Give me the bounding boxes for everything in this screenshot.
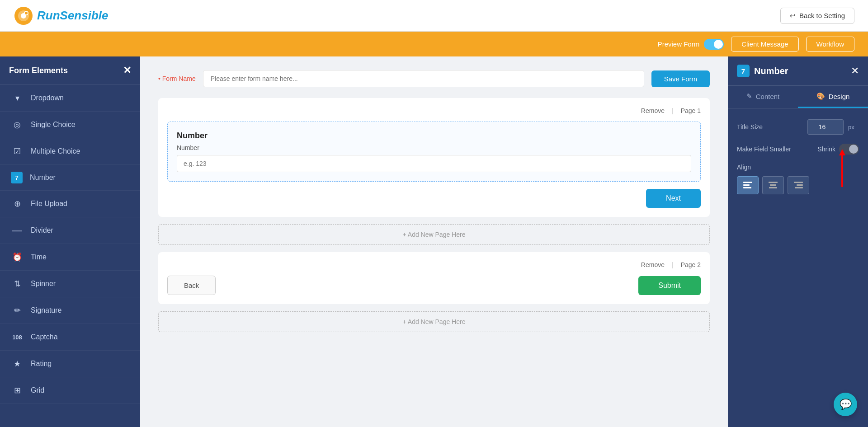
page2-section: Remove | Page 2 Back Submit [158, 252, 710, 304]
shrink-label: Shrink [817, 145, 835, 153]
svg-rect-4 [743, 182, 752, 183]
number-element-box: Number Number [167, 122, 701, 182]
multiple-choice-icon: ☑ [11, 145, 24, 158]
sidebar-item-single-choice[interactable]: ◎ Single Choice [0, 112, 140, 138]
align-right-button[interactable] [788, 176, 809, 194]
sidebar-item-label: Dropdown [31, 94, 64, 102]
rating-icon: ★ [11, 357, 24, 370]
title-size-row: Title Size px [737, 119, 859, 135]
right-panel-close-icon[interactable]: ✕ [851, 65, 859, 77]
sidebar-item-label: Grid [31, 386, 44, 394]
logo-area: RunSensible [14, 6, 108, 26]
back-button[interactable]: Back [167, 276, 216, 295]
sidebar-item-file-upload[interactable]: ⊕ File Upload [0, 191, 140, 217]
right-panel-header: 7 Number ✕ [728, 56, 868, 86]
align-center-icon [769, 182, 778, 189]
preview-form-label: Preview Form [658, 40, 700, 48]
sidebar-item-label: Single Choice [31, 121, 75, 129]
page1-section: Remove | Page 1 Number Number Next [158, 98, 710, 217]
svg-rect-9 [769, 187, 777, 188]
element-label: Number [177, 144, 691, 151]
sidebar-item-captcha[interactable]: 108 Captcha [0, 324, 140, 351]
design-tab-icon: 🎨 [816, 92, 825, 100]
number-badge-icon: 7 [737, 65, 750, 77]
preview-form-group: Preview Form [658, 39, 724, 50]
sidebar-item-label: Captcha [31, 333, 58, 341]
align-right-icon [794, 182, 803, 189]
sidebar-item-label: Number [30, 174, 56, 182]
logo-icon [14, 6, 33, 26]
tab-content[interactable]: ✎ Content [728, 86, 798, 108]
back-to-setting-button[interactable]: ↩ Back to Setting [780, 8, 854, 24]
form-name-row: • Form Name Save Form [158, 70, 710, 87]
divider-icon: — [11, 224, 24, 237]
svg-rect-7 [769, 182, 778, 183]
chat-bubble-button[interactable]: 💬 [834, 393, 857, 416]
sidebar-item-label: File Upload [31, 200, 67, 208]
title-size-label: Title Size [737, 123, 803, 131]
sidebar-item-label: Multiple Choice [31, 147, 80, 155]
make-field-smaller-label: Make Field Smaller [737, 145, 813, 153]
workflow-button[interactable]: Workflow [806, 37, 854, 52]
content-tab-icon: ✎ [746, 92, 752, 100]
sidebar-item-label: Divider [31, 226, 53, 235]
sidebar-item-number[interactable]: 7 Number [0, 165, 140, 191]
right-panel: 7 Number ✕ ✎ Content 🎨 Design Title Size… [728, 56, 868, 427]
add-page-1-button[interactable]: + Add New Page Here [158, 224, 710, 245]
align-center-button[interactable] [762, 176, 784, 194]
sidebar-item-multiple-choice[interactable]: ☑ Multiple Choice [0, 138, 140, 165]
sidebar-item-rating[interactable]: ★ Rating [0, 351, 140, 377]
client-message-button[interactable]: Client Message [731, 37, 798, 52]
header: RunSensible ↩ Back to Setting [0, 0, 868, 32]
time-icon: ⏰ [11, 251, 24, 263]
back-arrow-icon: ↩ [790, 12, 796, 20]
dropdown-icon: ▾ [11, 92, 24, 104]
sidebar-item-divider[interactable]: — Divider [0, 217, 140, 244]
form-area: • Form Name Save Form Remove | Page 1 Nu… [140, 56, 728, 427]
sidebar-header: Form Elements ✕ [0, 56, 140, 85]
design-tab-label: Design [829, 93, 850, 100]
title-size-input[interactable] [807, 119, 844, 135]
svg-rect-10 [794, 182, 803, 183]
page1-label: Page 1 [681, 107, 701, 114]
right-panel-title: Number [754, 66, 788, 76]
svg-point-3 [24, 11, 28, 15]
sidebar-item-time[interactable]: ⏰ Time [0, 244, 140, 271]
chat-icon: 💬 [840, 399, 852, 410]
align-left-button[interactable] [737, 176, 759, 194]
page1-remove-label[interactable]: Remove [641, 107, 665, 114]
sidebar: Form Elements ✕ ▾ Dropdown ◎ Single Choi… [0, 56, 140, 427]
number-field-input[interactable] [177, 155, 691, 172]
single-choice-icon: ◎ [11, 118, 24, 131]
preview-form-toggle[interactable] [704, 39, 724, 50]
sidebar-item-grid[interactable]: ⊞ Grid [0, 377, 140, 404]
number-icon: 7 [11, 172, 23, 183]
sidebar-item-spinner[interactable]: ⇅ Spinner [0, 271, 140, 297]
sidebar-item-label: Time [31, 253, 47, 261]
sidebar-item-dropdown[interactable]: ▾ Dropdown [0, 85, 140, 112]
page2-remove-label[interactable]: Remove [641, 261, 665, 268]
save-form-button[interactable]: Save Form [651, 70, 710, 87]
file-upload-icon: ⊕ [11, 197, 24, 210]
submit-button[interactable]: Submit [638, 276, 701, 295]
align-left-icon [743, 182, 752, 189]
panel-tabs: ✎ Content 🎨 Design [728, 86, 868, 108]
back-btn-label: Back to Setting [799, 12, 845, 19]
content-tab-label: Content [756, 93, 780, 100]
orange-toolbar: Preview Form Client Message Workflow [0, 32, 868, 56]
svg-rect-5 [743, 184, 750, 186]
sidebar-item-label: Spinner [31, 280, 56, 288]
form-name-input[interactable] [203, 70, 644, 87]
right-panel-title-area: 7 Number [737, 65, 788, 77]
add-page-2-button[interactable]: + Add New Page Here [158, 311, 710, 332]
form-name-label: • Form Name [158, 75, 196, 82]
svg-rect-12 [795, 187, 803, 188]
sidebar-close-icon[interactable]: ✕ [123, 65, 131, 76]
sidebar-item-signature[interactable]: ✏ Signature [0, 297, 140, 324]
next-button[interactable]: Next [646, 189, 701, 208]
svg-rect-11 [797, 184, 803, 186]
tab-design[interactable]: 🎨 Design [798, 86, 868, 108]
main-layout: Form Elements ✕ ▾ Dropdown ◎ Single Choi… [0, 56, 868, 427]
page1-header: Remove | Page 1 [167, 107, 701, 114]
back-submit-row: Back Submit [167, 276, 701, 295]
